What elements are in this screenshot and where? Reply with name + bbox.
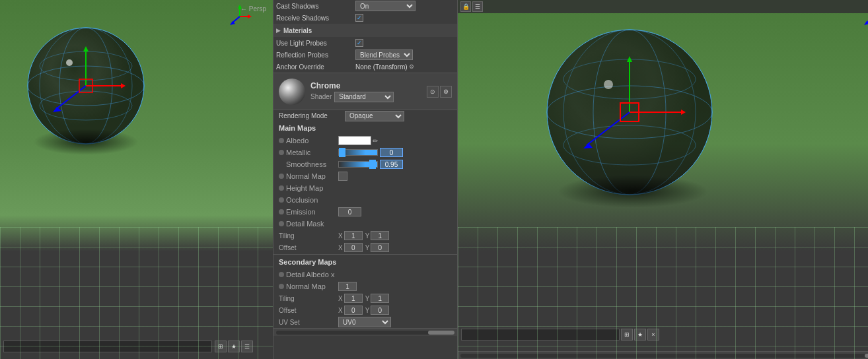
tiling2-y-axis: Y <box>365 295 370 302</box>
cast-shadows-dropdown[interactable]: On Off Two Sided Shadows Only <box>355 1 416 11</box>
emission-controls: 0 <box>338 207 452 216</box>
tiling2-y-field[interactable]: 1 <box>371 294 389 303</box>
material-select-icon[interactable]: ⊙ <box>427 86 439 98</box>
offset2-fields: X 0 Y 0 <box>338 306 389 315</box>
tiling-label: Tiling <box>279 232 338 240</box>
svg-point-34 <box>604 80 613 89</box>
tiling-y-field[interactable]: 1 <box>371 231 389 240</box>
cast-shadows-label: Cast Shadows <box>276 3 355 10</box>
main-layout: ← Persp ⊞ ★ ☰ Cast Shadows On Off Two Si… <box>0 0 868 359</box>
albedo-color-swatch[interactable] <box>338 136 371 145</box>
uvset-dropdown[interactable]: UV0 UV1 <box>338 317 391 327</box>
tiling2-y-group: Y 1 <box>365 294 390 303</box>
shadow-sphere-left <box>33 129 139 155</box>
right-viewport-toolbar: 🔒 ☰ <box>458 0 868 13</box>
offset2-x-field[interactable]: 0 <box>344 306 363 315</box>
materials-section-header[interactable]: ▶ Materials <box>273 24 457 37</box>
menu-icon-left[interactable]: ☰ <box>241 341 253 352</box>
albedo-label: Albedo <box>279 137 338 145</box>
offset-x-axis: X <box>338 244 343 251</box>
bottom-scrollbar[interactable] <box>273 328 457 336</box>
viewport-bottom-scrollbar[interactable] <box>458 351 868 359</box>
search-icon-left[interactable]: ⊞ <box>215 341 227 352</box>
tiling-fields: X 1 Y 1 <box>338 231 389 240</box>
metallic-slider[interactable] <box>338 149 378 156</box>
tiling2-row: Tiling X 1 Y 1 <box>273 292 457 304</box>
viewport-scrollbar-track <box>460 354 868 358</box>
viewport-right: ← Persp 🔒 ☰ ⊞ ★ × <box>458 0 868 359</box>
scrollbar-thumb[interactable] <box>428 331 454 335</box>
smoothness-slider[interactable] <box>338 161 378 168</box>
menu-icon-viewport[interactable]: ☰ <box>472 1 483 12</box>
search-bar-right: ⊞ ★ × <box>461 329 659 341</box>
anchor-override-gear-icon[interactable]: ⚙ <box>409 63 414 70</box>
lock-icon[interactable]: 🔒 <box>460 1 471 12</box>
normal-map2-dot <box>279 284 284 289</box>
albedo-eyedropper-icon[interactable]: ✏ <box>373 137 378 145</box>
normal-map-label: Normal Map <box>279 172 338 180</box>
search-input-right[interactable] <box>461 329 620 341</box>
smoothness-field[interactable]: 0.95 <box>380 160 403 169</box>
rendering-mode-dropdown[interactable]: Opaque Transparent Cutout Fade <box>345 111 404 121</box>
star-icon-right[interactable]: ★ <box>634 329 646 341</box>
shader-dropdown[interactable]: Standard <box>334 92 394 102</box>
rendering-mode-label: Rendering Mode <box>279 112 345 119</box>
smoothness-row: Smoothness 0.95 <box>273 158 457 170</box>
star-icon-left[interactable]: ★ <box>228 341 240 352</box>
anchor-override-label: Anchor Override <box>276 63 355 71</box>
metallic-row: Metallic 0 <box>273 147 457 158</box>
detail-albedo-label: Detail Albedo x <box>279 271 338 278</box>
offset-label: Offset <box>279 244 338 251</box>
normal-map2-controls: 1 <box>338 282 452 291</box>
material-gear-icon[interactable]: ⚙ <box>440 86 452 98</box>
normal-map-slot[interactable] <box>338 172 347 181</box>
search-input-left[interactable] <box>3 341 212 352</box>
receive-shadows-value <box>355 14 454 22</box>
emission-field[interactable]: 0 <box>338 207 361 216</box>
offset-x-group: X 0 <box>338 243 363 252</box>
offset-x-field[interactable]: 0 <box>344 243 363 252</box>
normal-map2-label: Normal Map <box>279 282 338 290</box>
emission-label: Emission <box>279 208 338 216</box>
normal-map-dot <box>279 174 284 179</box>
offset2-label: Offset <box>279 307 338 314</box>
occlusion-label: Occlusion <box>279 196 338 204</box>
search-icons-right: ⊞ ★ × <box>621 329 659 341</box>
tiling-row: Tiling X 1 Y 1 <box>273 230 457 242</box>
offset-fields: X 0 Y 0 <box>338 243 389 252</box>
height-map-dot <box>279 185 284 191</box>
offset-y-field[interactable]: 0 <box>371 243 389 252</box>
offset2-y-field[interactable]: 0 <box>371 306 389 315</box>
normal-map2-field[interactable]: 1 <box>338 282 357 291</box>
occlusion-text: Occlusion <box>286 196 318 204</box>
offset2-y-group: Y 0 <box>365 306 390 315</box>
emission-dot <box>279 209 284 214</box>
use-light-probes-checkbox[interactable] <box>355 39 363 47</box>
shadow-sphere-right <box>557 175 709 208</box>
viewport-scrollbar-thumb[interactable] <box>865 354 868 358</box>
height-map-label: Height Map <box>279 184 338 192</box>
tiling-y-axis: Y <box>365 232 370 240</box>
material-name: Chrome <box>310 81 421 90</box>
tiling2-x-field[interactable]: 1 <box>344 294 363 303</box>
divider-1 <box>273 254 457 255</box>
uvset-label: UV Set <box>279 319 338 326</box>
viewport-left: ← Persp ⊞ ★ ☰ <box>0 0 273 359</box>
metallic-field[interactable]: 0 <box>380 148 403 157</box>
reflection-probes-dropdown[interactable]: Blend Probes Off <box>355 49 413 60</box>
normal-map-text: Normal Map <box>286 172 326 180</box>
search-icon-right[interactable]: ⊞ <box>621 329 633 341</box>
close-icon-right[interactable]: × <box>647 329 659 341</box>
occlusion-dot <box>279 197 284 203</box>
tiling-x-field[interactable]: 1 <box>344 231 363 240</box>
cast-shadows-value: On Off Two Sided Shadows Only <box>355 1 454 11</box>
receive-shadows-checkbox[interactable] <box>355 14 363 22</box>
height-map-text: Height Map <box>286 184 323 192</box>
tiling2-fields: X 1 Y 1 <box>338 294 389 303</box>
sphere-left <box>20 13 152 145</box>
scrollbar-track <box>276 331 454 335</box>
tiling-x-axis: X <box>338 232 343 240</box>
normal-map-row: Normal Map <box>273 170 457 182</box>
receive-shadows-row: Receive Shadows <box>273 12 457 24</box>
shader-row: Shader Standard <box>310 92 421 102</box>
